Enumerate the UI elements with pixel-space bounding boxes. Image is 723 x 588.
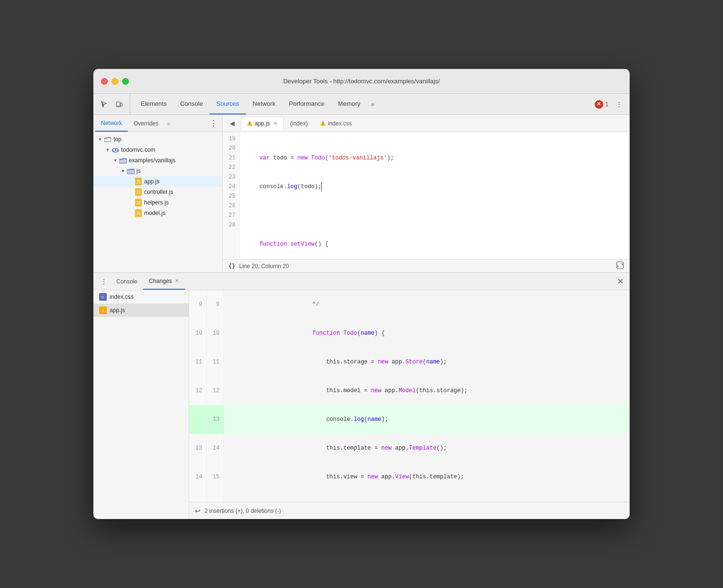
error-badge[interactable]: ✕ 1 [595, 100, 609, 109]
file-icon-css: C [99, 293, 107, 301]
main-toolbar: Elements Console Sources Network Perform… [93, 94, 630, 115]
diff-row-15-16: 15 16 this.controller = new app.Controll… [189, 491, 630, 502]
code-editor[interactable]: 19 20 21 22 23 24 25 26 27 28 var todo [223, 132, 630, 259]
minimize-button[interactable] [112, 78, 118, 85]
tree-arrow-top: ▼ [97, 136, 103, 142]
bottom-menu-icon[interactable]: ⋮ [97, 275, 111, 288]
cursor-position: Line 20, Column 20 [239, 263, 289, 270]
tree-label-top: top [113, 136, 122, 143]
folder-icon-examples [119, 157, 127, 164]
svg-text:JS: JS [136, 212, 141, 216]
tree-item-controllerjs[interactable]: ▶ JS controller.js [93, 187, 222, 197]
close-bottom-panel-button[interactable]: ✕ [614, 276, 626, 287]
expand-icon[interactable] [616, 261, 624, 269]
file-tab-label-index: (index) [290, 120, 308, 127]
device-icon[interactable] [113, 98, 126, 111]
bottom-toolbar: ⋮ Console Changes ✕ ✕ [93, 273, 630, 290]
error-circle: ✕ [595, 100, 603, 109]
diff-row-added-13: 13 console.log(name); [189, 405, 630, 434]
code-line-20: console.log(todo);​ [246, 182, 624, 192]
sidebar-menu-button[interactable]: ⋮ [207, 117, 220, 130]
file-tab-label-appjs: app.js [255, 120, 270, 127]
close-button[interactable] [101, 78, 108, 85]
diff-view: 9 9 */ 10 10 [189, 290, 630, 519]
code-content[interactable]: var todo = new Todo('todos-vanillajs'); … [240, 132, 630, 259]
tree-item-todomvc[interactable]: ▼ todomvc.com [93, 145, 222, 155]
line-numbers: 19 20 21 22 23 24 25 26 27 28 [223, 132, 240, 259]
tree-arrow-examples: ▼ [113, 158, 118, 163]
sidebar-tab-overrides[interactable]: Overrides [128, 115, 164, 132]
window-title: Developer Tools - http://todomvc.com/exa… [283, 78, 440, 85]
close-changes-tab[interactable]: ✕ [175, 278, 179, 284]
code-line-22: function setView() { [246, 239, 624, 249]
toolbar-icon-group [97, 94, 130, 114]
nav-left-button[interactable]: ◀ [226, 118, 238, 129]
sidebar-tab-network[interactable]: Network [95, 115, 128, 132]
file-tab-label-indexcss: index.css [328, 120, 352, 127]
maximize-button[interactable] [122, 78, 129, 85]
sidebar-tab-bar: Network Overrides » ⋮ [93, 115, 222, 132]
tree-label-todomvc: todomvc.com [121, 147, 155, 153]
tree-item-modeljs[interactable]: ▶ JS model.js [93, 208, 222, 218]
changes-file-label-appjs: app.js [110, 307, 125, 314]
bottom-tab-changes[interactable]: Changes ✕ [143, 273, 185, 290]
tree-label-controllerjs: controller.js [144, 189, 173, 195]
diff-summary: 2 insertions (+), 0 deletions (-) [204, 508, 281, 514]
diff-table: 9 9 */ 10 10 [189, 290, 630, 502]
tab-sources[interactable]: Sources [210, 94, 246, 114]
tab-console[interactable]: Console [173, 94, 210, 114]
file-tab-index[interactable]: (index) [285, 117, 313, 130]
tree-item-helpersjs[interactable]: ▶ JS helpers.js [93, 197, 222, 208]
devtools-window: Developer Tools - http://todomvc.com/exa… [93, 69, 630, 519]
tree-label-modeljs: model.js [144, 210, 166, 216]
svg-text:JS: JS [136, 180, 141, 184]
tree-label-js: js [136, 168, 141, 174]
file-icon-appjs: JS [135, 178, 142, 185]
changes-content: C index.css J app.js [93, 290, 630, 519]
tree-arrow-todomvc: ▼ [105, 147, 111, 153]
file-tree: ▼ top ▼ todomvc.com [93, 132, 222, 272]
diff-right-num-9: 9 [206, 290, 224, 319]
code-line-19: var todo = new Todo('todos-vanillajs'); [246, 153, 624, 163]
more-menu-icon[interactable]: ⋮ [612, 98, 626, 111]
tab-elements[interactable]: Elements [134, 94, 173, 114]
sidebar-tab-more[interactable]: » [164, 121, 173, 126]
svg-text:JS: JS [136, 201, 141, 205]
diff-code[interactable]: 9 9 */ 10 10 [189, 290, 630, 502]
code-area: ◀ ⚠️ app.js ✕ (index) ⚠️ index.css [223, 115, 630, 272]
file-icon-helpersjs: JS [135, 199, 142, 206]
changes-file-label-indexcss: index.css [110, 294, 134, 300]
file-tab-indexcss[interactable]: ⚠️ index.css [314, 117, 357, 130]
changes-file-indexcss[interactable]: C index.css [93, 290, 189, 304]
tree-item-js[interactable]: ▼ js [93, 166, 222, 176]
bottom-tab-console[interactable]: Console [111, 273, 143, 290]
svg-text:JS: JS [136, 191, 141, 195]
tab-network[interactable]: Network [246, 94, 282, 114]
title-bar: Developer Tools - http://todomvc.com/exa… [93, 69, 630, 94]
tree-item-examples[interactable]: ▼ examples/vanillajs [93, 155, 222, 166]
diff-row-12: 12 12 this.model = new app.Model(this.st… [189, 376, 630, 405]
tree-item-appjs[interactable]: ▶ JS app.js [93, 176, 222, 187]
tab-more[interactable]: » [367, 94, 378, 114]
diff-row-13-14: 13 14 this.template = new app.Template()… [189, 434, 630, 463]
tab-performance[interactable]: Performance [282, 94, 331, 114]
file-icon-js-yellow: J [99, 306, 107, 314]
content-area: Network Overrides » ⋮ ▼ top [93, 115, 630, 519]
undo-icon[interactable]: ↩ [195, 507, 201, 515]
changes-file-appjs[interactable]: J app.js [93, 304, 189, 317]
svg-point-6 [116, 149, 118, 151]
nav-tabs: Elements Console Sources Network Perform… [134, 94, 378, 114]
file-tab-appjs[interactable]: ⚠️ app.js ✕ [241, 117, 284, 130]
code-line-21 [246, 211, 624, 220]
tree-label-examples: examples/vanillajs [129, 157, 175, 164]
close-tab-appjs[interactable]: ✕ [272, 120, 279, 127]
diff-row-11: 11 11 this.storage = new app.Store(name)… [189, 348, 630, 376]
tree-item-top[interactable]: ▼ top [93, 134, 222, 145]
format-icon[interactable]: {} [228, 263, 235, 270]
file-tabs: ◀ ⚠️ app.js ✕ (index) ⚠️ index.css [223, 115, 630, 132]
diff-row-10: 10 10 function Todo(name) { [189, 319, 630, 348]
status-right [616, 261, 624, 271]
tab-memory[interactable]: Memory [331, 94, 367, 114]
inspect-icon[interactable] [97, 98, 111, 111]
top-panel: Network Overrides » ⋮ ▼ top [93, 115, 630, 273]
